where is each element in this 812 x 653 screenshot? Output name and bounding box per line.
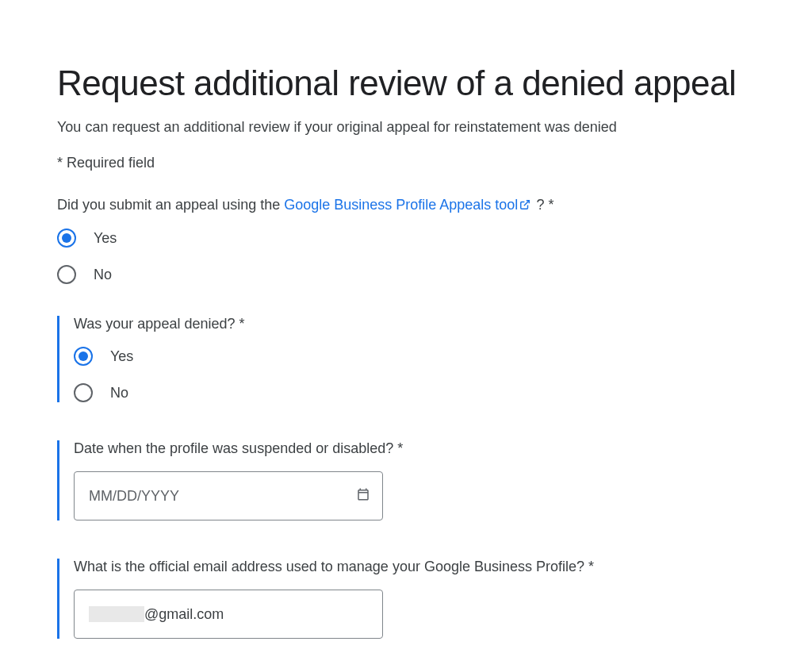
svg-line-0 [524,201,529,206]
radio-label: No [110,385,128,401]
radio-group-submitted-appeal: Yes No [57,229,755,284]
required-field-note: * Required field [57,155,755,171]
section-appeal-denied: Was your appeal denied? * Yes No [57,316,755,402]
page-title: Request additional review of a denied ap… [57,63,755,103]
email-suffix: @gmail.com [144,606,224,623]
appeals-tool-link[interactable]: Google Business Profile Appeals tool [284,197,532,213]
email-input[interactable]: @gmail.com [74,590,383,639]
redacted-email-prefix [89,606,144,622]
date-input-wrapper [74,471,383,520]
radio-circle-icon [74,383,93,402]
question-prefix: Did you submit an appeal using the [57,197,284,213]
radio-option-yes[interactable]: Yes [74,347,755,366]
question-appeal-denied: Was your appeal denied? * [74,316,755,332]
intro-text: You can request an additional review if … [57,119,755,136]
section-suspension-date: Date when the profile was suspended or d… [57,440,755,520]
suspension-date-input[interactable] [74,471,383,520]
radio-option-no[interactable]: No [74,383,755,402]
radio-label: Yes [110,348,133,365]
radio-group-appeal-denied: Yes No [74,347,755,402]
question-suspension-date: Date when the profile was suspended or d… [74,440,755,457]
question-email: What is the official email address used … [74,559,755,575]
question-submitted-appeal: Did you submit an appeal using the Googl… [57,197,755,214]
external-link-icon [519,198,530,214]
radio-circle-icon [57,265,76,284]
radio-label: No [94,267,112,283]
radio-option-no[interactable]: No [57,265,755,284]
section-email: What is the official email address used … [57,559,755,639]
radio-label: Yes [94,230,117,247]
radio-circle-icon [74,347,93,366]
question-suffix: ? * [532,197,553,213]
radio-circle-icon [57,229,76,248]
radio-option-yes[interactable]: Yes [57,229,755,248]
